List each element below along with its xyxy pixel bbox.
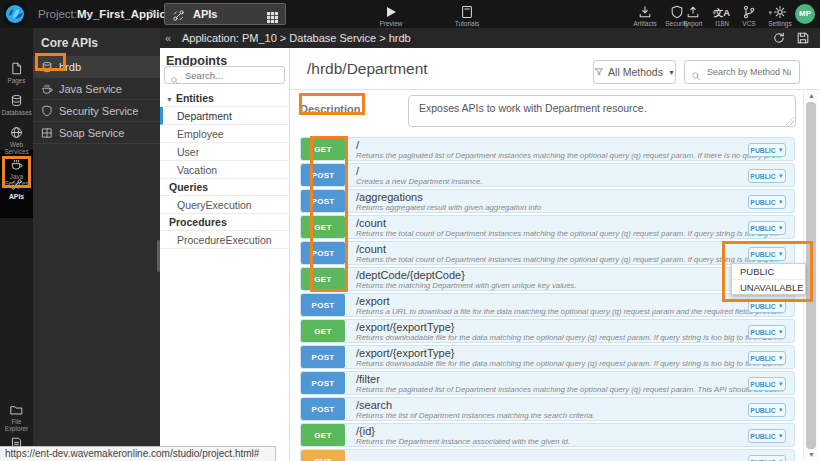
access-option-unavailable[interactable]: UNAVAILABLE: [732, 279, 805, 294]
wavemaker-logo-icon[interactable]: [4, 3, 26, 25]
api-path: /count: [356, 218, 794, 229]
sidebar-item-file-explorer[interactable]: FileExplorer: [0, 403, 33, 432]
api-row-get-count[interactable]: GET /count Returns the total count of De…: [300, 215, 795, 239]
access-dropdown-button[interactable]: PUBLIC▼: [748, 221, 786, 235]
access-dropdown-button[interactable]: PUBLIC▼: [748, 299, 786, 313]
collapse-panel-icon[interactable]: «: [165, 28, 171, 48]
access-dropdown-button[interactable]: PUBLIC▼: [748, 143, 786, 157]
sidebar-item-apis[interactable]: APIs: [0, 178, 33, 201]
sidebar-item-databases[interactable]: Databases: [0, 94, 33, 117]
method-badge: POST: [301, 294, 345, 316]
endpoints-section-entities[interactable]: ▼Entities: [160, 90, 289, 107]
core-api-item-hrdb[interactable]: hrdb: [33, 56, 160, 78]
api-description: Returns aggregated result with given agg…: [356, 203, 794, 212]
api-row-post-export[interactable]: POST /export Returns a URL to download a…: [300, 293, 795, 317]
sidebar-item-pages[interactable]: Pages: [0, 62, 33, 85]
endpoint-item-queryexecution[interactable]: QueryExecution: [160, 196, 289, 214]
core-api-item-soap-service[interactable]: Soap Service: [33, 122, 160, 144]
search-icon: [691, 67, 701, 77]
tutorials-button[interactable]: Tutorials: [445, 0, 489, 27]
scrollbar-thumb[interactable]: [806, 102, 816, 449]
scroll-up-icon[interactable]: ▲: [804, 91, 819, 101]
endpoints-search-input[interactable]: [183, 69, 279, 82]
endpoints-section-queries[interactable]: Queries: [160, 179, 289, 196]
api-row-texts: /count Returns the total count of Depart…: [345, 216, 794, 238]
api-row-texts: /export Returns a URL to download a file…: [345, 294, 794, 316]
api-path: /export/{exportType}: [356, 348, 794, 359]
endpoint-item-department[interactable]: Department: [160, 107, 289, 125]
method-badge: POST: [301, 372, 345, 394]
action-label: Settings: [758, 20, 802, 27]
api-row-texts: /{id} Returns the Department instance as…: [345, 424, 794, 446]
sidebar-item-web-services[interactable]: WebServices: [0, 126, 33, 155]
api-row-get-deptCode--deptCode-[interactable]: GET /deptCode/{deptCode} Returns the mat…: [300, 267, 795, 291]
endpoints-list: ▼EntitiesDepartmentEmployeeUserVacationQ…: [160, 90, 289, 249]
access-option-public[interactable]: PUBLIC: [732, 264, 805, 279]
method-search-input[interactable]: [705, 66, 793, 78]
caret-down-icon: ▼: [778, 199, 784, 205]
access-dropdown-button[interactable]: PUBLIC▼: [748, 325, 786, 339]
folder-icon: [0, 403, 33, 417]
method-badge: GET: [301, 216, 345, 238]
core-api-item-java-service[interactable]: Java Service: [33, 78, 160, 100]
api-row-post-count[interactable]: POST /count Returns the total count of D…: [300, 241, 795, 265]
endpoint-item-employee[interactable]: Employee: [160, 125, 289, 143]
method-search[interactable]: [684, 60, 800, 84]
save-icon[interactable]: [796, 31, 810, 45]
endpoint-item-vacation[interactable]: Vacation: [160, 161, 289, 179]
search-icon: [170, 71, 179, 80]
api-row-get-export--exportType-[interactable]: GET /export/{exportType} Returns downloa…: [300, 319, 795, 343]
soap-icon: [41, 127, 53, 139]
api-rows: GET / Returns the paginated list of Depa…: [300, 137, 795, 461]
core-apis-panel: Core APIs hrdb Java Service Security Ser…: [33, 28, 160, 461]
api-row-post-search[interactable]: POST /search Returns the list of Departm…: [300, 397, 795, 421]
api-row-put[interactable]: PUT PUBLIC▼: [300, 449, 795, 461]
access-dropdown-button[interactable]: PUBLIC▼: [748, 377, 786, 391]
api-description: Returns the matching Department with giv…: [356, 281, 794, 290]
core-api-item-security-service[interactable]: Security Service: [33, 100, 160, 122]
refresh-icon[interactable]: [772, 31, 786, 45]
section-label: Procedures: [169, 216, 227, 228]
endpoint-item-user[interactable]: User: [160, 143, 289, 161]
access-dropdown-button[interactable]: PUBLIC▼: [748, 247, 786, 261]
method-badge: POST: [301, 164, 345, 186]
access-dropdown-button[interactable]: PUBLIC▼: [748, 429, 786, 443]
description-row: Description Exposes APIs to work with De…: [300, 95, 795, 127]
scroll-down-icon[interactable]: ▼: [804, 450, 819, 460]
caret-down-icon: ▼: [668, 69, 675, 76]
method-badge: POST: [301, 346, 345, 368]
preview-button[interactable]: Preview: [369, 0, 413, 27]
core-api-label: Security Service: [59, 105, 138, 117]
method-badge: GET: [301, 320, 345, 342]
endpoints-search[interactable]: [164, 66, 285, 84]
access-dropdown-button[interactable]: PUBLIC▼: [748, 455, 786, 461]
api-detail-panel: /hrdb/Department All Methods ▼ Descripti…: [290, 48, 820, 461]
api-path: /filter: [356, 374, 794, 385]
api-row-texts: / Returns the paginated list of Departme…: [345, 138, 794, 160]
api-row-post-export--exportType-[interactable]: POST /export/{exportType} Returns downlo…: [300, 345, 795, 369]
avatar[interactable]: MP: [795, 4, 815, 24]
grid-icon[interactable]: [267, 9, 278, 20]
core-api-label: Java Service: [59, 83, 122, 95]
access-dropdown-button[interactable]: PUBLIC▼: [748, 403, 786, 417]
api-row-post-[interactable]: POST / Creates a new Department instance…: [300, 163, 795, 187]
api-row-get--id-[interactable]: GET /{id} Returns the Department instanc…: [300, 423, 795, 447]
breadcrumb: Application: PM_10 > Database Service > …: [182, 28, 411, 48]
methods-filter-dropdown[interactable]: All Methods ▼: [593, 60, 676, 84]
access-dropdown-button[interactable]: PUBLIC▼: [748, 351, 786, 365]
description-textarea[interactable]: Exposes APIs to work with Department res…: [409, 96, 795, 126]
endpoints-section-procedures[interactable]: Procedures: [160, 214, 289, 231]
chevron-right-icon: >: [149, 6, 156, 20]
access-dropdown-button[interactable]: PUBLIC▼: [748, 169, 786, 183]
api-row-get-[interactable]: GET / Returns the paginated list of Depa…: [300, 137, 795, 161]
api-row-post-filter[interactable]: POST /filter Returns the paginated list …: [300, 371, 795, 395]
api-path: /: [356, 140, 794, 151]
wavemaker-studio: Project:My_First_Application > APIs Prev…: [0, 0, 820, 461]
method-badge: GET: [301, 138, 345, 160]
top-bar: Project:My_First_Application > APIs Prev…: [0, 0, 820, 28]
endpoint-item-procedureexecution[interactable]: ProcedureExecution: [160, 231, 289, 249]
access-dropdown-button[interactable]: PUBLIC▼: [748, 195, 786, 209]
api-row-post-aggregations[interactable]: POST /aggregations Returns aggregated re…: [300, 189, 795, 213]
shield-icon: [41, 105, 53, 117]
tab-apis[interactable]: APIs: [164, 3, 286, 25]
